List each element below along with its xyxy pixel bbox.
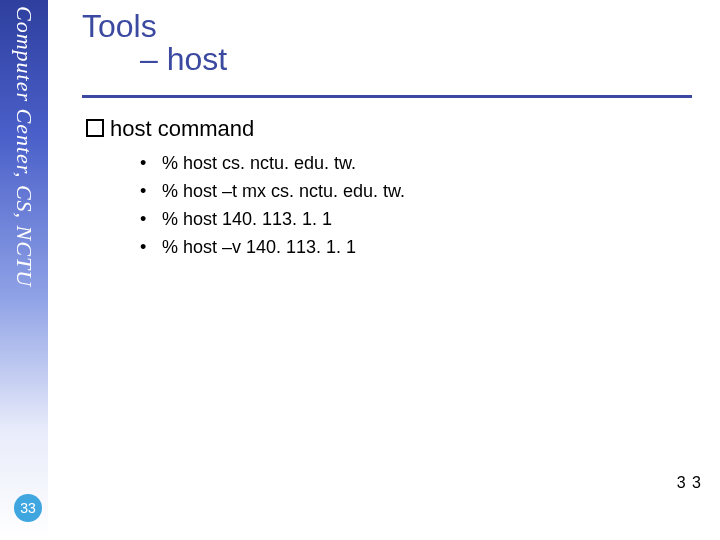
command-text: % host –t mx cs. nctu. edu. tw. — [162, 181, 405, 201]
list-item: •% host –t mx cs. nctu. edu. tw. — [140, 178, 405, 206]
title-underline — [82, 95, 692, 98]
bullet-dot-icon: • — [140, 234, 162, 262]
page-badge: 33 — [14, 494, 42, 522]
list-item: •% host –v 140. 113. 1. 1 — [140, 234, 405, 262]
section-heading: host command — [86, 116, 254, 142]
command-text: % host –v 140. 113. 1. 1 — [162, 237, 356, 257]
title-line-1: Tools — [82, 8, 227, 45]
square-bullet-icon — [86, 119, 104, 137]
command-text: % host cs. nctu. edu. tw. — [162, 153, 356, 173]
bullet-dot-icon: • — [140, 178, 162, 206]
list-item: •% host cs. nctu. edu. tw. — [140, 150, 405, 178]
bullet-dot-icon: • — [140, 206, 162, 234]
sidebar-org-label: Computer Center, CS, NCTU — [11, 6, 37, 287]
section-heading-text: host command — [110, 116, 254, 141]
command-list: •% host cs. nctu. edu. tw. •% host –t mx… — [140, 150, 405, 262]
list-item: •% host 140. 113. 1. 1 — [140, 206, 405, 234]
page-number-right: 3 3 — [677, 474, 702, 492]
command-text: % host 140. 113. 1. 1 — [162, 209, 332, 229]
slide-title: Tools – host — [82, 8, 227, 78]
title-line-2: – host — [82, 41, 227, 78]
bullet-dot-icon: • — [140, 150, 162, 178]
sidebar-gradient: Computer Center, CS, NCTU — [0, 0, 48, 540]
